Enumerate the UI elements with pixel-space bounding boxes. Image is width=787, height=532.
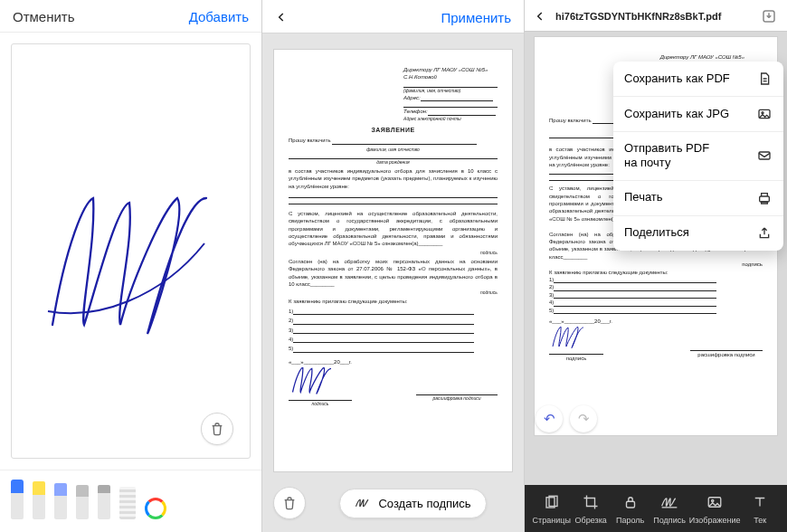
doc-ask: Прошу включить — [289, 138, 331, 143]
print-icon — [756, 190, 773, 206]
image-icon — [705, 492, 725, 512]
mail-icon — [756, 147, 773, 164]
document-page[interactable]: Директору ЛГ МАОУ «СОШ №5» С.Н.Котовой (… — [273, 49, 513, 472]
export-button[interactable] — [760, 7, 778, 25]
tab-label: Подпись — [653, 516, 686, 525]
tab-label: Обрезка — [575, 516, 607, 525]
export-pane: hi76tzTGSDYNTbHKfNRz8sBkT.pdf Директору … — [525, 0, 787, 532]
preview-footer: Создать подпись — [262, 478, 524, 532]
document-preview-pane: Применить Директору ЛГ МАОУ «СОШ №5» С.Н… — [262, 0, 525, 532]
chevron-left-icon — [275, 9, 288, 25]
d3-ask: Прошу включить — [549, 118, 592, 123]
menu-save-jpg[interactable]: Сохранить как JPG — [613, 97, 783, 132]
signature-editor-pane: Отменить Добавить — [0, 0, 262, 532]
redo-button[interactable]: ↷ — [570, 405, 597, 432]
create-signature-label: Создать подпись — [378, 497, 470, 510]
d3-dl: расшифровка подписи — [690, 351, 763, 358]
svg-point-2 — [762, 112, 763, 114]
doc-body2: С уставом, лицензией на осуществление об… — [289, 210, 498, 248]
decode-label: расшифровка подписи — [416, 395, 498, 402]
preview-header: Применить — [262, 0, 524, 33]
back-button[interactable] — [534, 8, 546, 24]
fio-hint: (фамилия, имя, отчество) — [403, 88, 498, 94]
addr-label: Адрес: — [403, 95, 421, 100]
sign-small1: подпись — [289, 250, 498, 256]
signature-canvas[interactable] — [11, 43, 251, 459]
tab-signature[interactable]: Подпись — [650, 492, 688, 525]
pencil-tool[interactable] — [54, 483, 67, 519]
menu-label: Сохранить как PDF — [624, 71, 749, 86]
signature-icon — [659, 492, 679, 512]
placed-signature[interactable] — [289, 367, 337, 394]
placed-signature — [549, 327, 589, 348]
apply-button[interactable]: Применить — [441, 10, 511, 25]
d3-to: Директору ЛГ МАОУ «СОШ №5» — [660, 53, 763, 61]
pen-tool[interactable] — [11, 480, 24, 519]
d3-apps: К заявлению прилагаю следующие документы… — [549, 269, 763, 276]
menu-label: Печать — [624, 190, 749, 204]
tab-label: Пароль — [616, 516, 644, 525]
marker-tool[interactable] — [33, 481, 45, 519]
add-button[interactable]: Добавить — [189, 9, 249, 24]
filename: hi76tzTGSDYNTbHKfNRz8sBkT.pdf — [555, 11, 751, 22]
tab-label: Страницы — [533, 516, 571, 525]
lock-icon — [621, 492, 640, 512]
export-menu: Сохранить как PDF Сохранить как JPG Отпр… — [613, 62, 783, 251]
tab-label: Изображение — [689, 516, 741, 525]
chevron-left-icon — [534, 8, 546, 24]
clear-signature-button[interactable] — [201, 413, 233, 445]
share-icon — [756, 225, 773, 242]
trash-icon — [282, 496, 297, 510]
trash-icon — [210, 422, 224, 436]
tab-pages[interactable]: Страницы — [532, 492, 571, 525]
tab-label: Тек — [754, 516, 766, 525]
crop-icon — [581, 492, 601, 512]
d3-date: «___»__________20___г. — [549, 318, 763, 325]
date-row: «___»__________20___г. — [289, 358, 498, 366]
image-icon — [756, 106, 773, 122]
d3-sl: подпись — [549, 355, 603, 362]
tab-text[interactable]: Тек — [741, 492, 780, 525]
tab-image[interactable]: Изображение — [689, 492, 741, 525]
doc-icon — [756, 71, 773, 87]
square-arrow-down-icon — [761, 8, 777, 24]
doc-body3: Согласен (на) на обработку моих персонал… — [289, 258, 498, 289]
signature-stroke — [43, 189, 224, 343]
svg-point-9 — [712, 499, 714, 501]
doc-body1: в состав участников индивидуального отбо… — [289, 167, 498, 190]
text-icon — [750, 492, 770, 512]
menu-save-pdf[interactable]: Сохранить как PDF — [613, 62, 783, 97]
export-body: Директору ЛГ МАОУ «СОШ №5» С.Н.Котовой (… — [525, 31, 787, 485]
svg-rect-3 — [759, 152, 770, 159]
editor-header: Отменить Добавить — [0, 0, 261, 33]
menu-label: Поделиться — [624, 225, 749, 240]
tab-crop[interactable]: Обрезка — [571, 492, 610, 525]
create-signature-button[interactable]: Создать подпись — [339, 489, 486, 518]
menu-share[interactable]: Поделиться — [613, 216, 783, 251]
export-header: hi76tzTGSDYNTbHKfNRz8sBkT.pdf — [525, 0, 787, 31]
sig-label: подпись — [289, 401, 352, 407]
email-label: Адрес электронной почты — [403, 116, 498, 122]
cancel-button[interactable]: Отменить — [13, 9, 75, 24]
tab-password[interactable]: Пароль — [611, 492, 650, 525]
color-picker[interactable] — [145, 498, 166, 519]
menu-label: Сохранить как JPG — [624, 107, 749, 121]
menu-send-email[interactable]: Отправить PDF на почту — [613, 132, 783, 181]
fio-line: фамилия, имя отчество — [289, 147, 498, 153]
delete-signature-button[interactable] — [273, 487, 306, 519]
undo-button[interactable]: ↶ — [536, 405, 563, 432]
pages-icon — [542, 492, 562, 512]
ruler-tool[interactable] — [119, 487, 136, 519]
menu-print[interactable]: Печать — [613, 181, 783, 216]
doc-header-to: Директору ЛГ МАОУ «СОШ №5» — [403, 66, 498, 73]
signature-icon — [355, 497, 371, 509]
sign-small2: подпись — [289, 290, 498, 296]
doc-header-name: С.Н.Котовой — [403, 73, 498, 81]
eraser-tool[interactable] — [76, 485, 89, 519]
dob: дата рождения — [289, 159, 498, 166]
cutter-tool[interactable] — [98, 485, 110, 519]
back-button[interactable] — [275, 9, 288, 25]
bottom-toolbar: Страницы Обрезка Пароль Подпись Изображе… — [525, 485, 787, 532]
doc-title: ЗАЯВЛЕНИЕ — [289, 126, 498, 135]
d3-s2: подпись — [549, 261, 763, 268]
